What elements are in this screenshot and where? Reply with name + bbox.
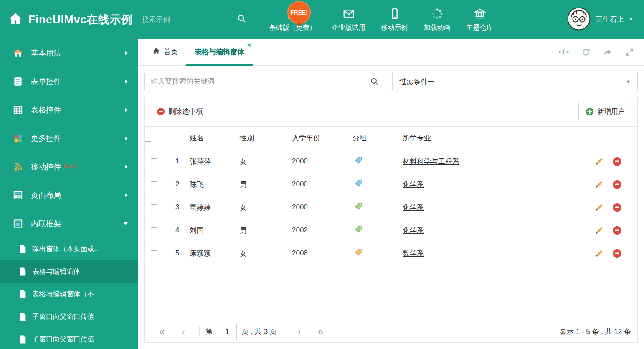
row-checkbox[interactable] <box>151 158 157 165</box>
nav-item-enterprise-trial[interactable]: 企业版试用 <box>332 7 365 32</box>
nav-item-mobile-demo[interactable]: 移动示例 <box>381 7 408 32</box>
cell-name: 陈飞 <box>190 173 240 196</box>
expand-icon[interactable] <box>625 48 634 57</box>
sidebar-item-iframe[interactable]: 内联框架 <box>0 209 138 238</box>
home-icon <box>13 48 23 59</box>
major-link[interactable]: 化学系 <box>403 227 424 234</box>
row-number: 5 <box>164 242 190 265</box>
delete-row-button[interactable] <box>613 226 621 235</box>
chevron-right-icon <box>125 165 128 169</box>
avatar <box>567 7 591 32</box>
nav-item-theme-repo[interactable]: 主题仓库 <box>467 7 493 32</box>
cell-year: 2002 <box>292 219 352 242</box>
sidebar-subitem-child-to-parent[interactable]: 子窗口向父窗口传值 <box>0 306 138 328</box>
chevron-right-icon <box>125 136 128 140</box>
search-icon[interactable] <box>363 72 386 91</box>
tab-grid-edit-window[interactable]: 表格与编辑窗体 × <box>186 39 253 65</box>
pagination-bar: « ‹ 第 页 , 共 3 页 › » 显示 1 - 5 条 , 共 12 条 <box>145 321 637 342</box>
sidebar-item-page-layout[interactable]: 页面布局 <box>0 181 138 209</box>
major-link[interactable]: 数学系 <box>403 250 424 257</box>
filter-dropdown[interactable]: 过滤条件一 ▼ <box>392 72 638 91</box>
header-search-input[interactable] <box>142 15 234 24</box>
sidebar-subitem-child-to-parent-2[interactable]: 子窗口向父窗口传值... <box>0 328 138 349</box>
delete-selected-button[interactable]: 删除选中项 <box>150 102 210 121</box>
row-number: 4 <box>164 219 190 242</box>
page-word: 第 <box>205 327 213 336</box>
tab-bar: 首页 表格与编辑窗体 × </> <box>138 39 644 66</box>
cell-name: 董婷婷 <box>190 196 240 219</box>
edit-row-button[interactable] <box>595 203 603 212</box>
tag-icon <box>354 202 363 211</box>
bank-icon <box>474 7 486 20</box>
select-all-checkbox[interactable] <box>145 135 151 142</box>
delete-row-button[interactable] <box>613 249 621 258</box>
chevron-right-icon <box>125 108 128 112</box>
source-code-icon[interactable]: </> <box>558 48 569 56</box>
sidebar-subitem-popup-window[interactable]: 弹出窗体（本页面或... <box>0 238 138 260</box>
close-icon[interactable]: × <box>247 42 251 49</box>
nav-item-loading-animation[interactable]: 加载动画 <box>424 7 451 32</box>
sidebar-item-basic-usage[interactable]: 基本用法 <box>0 39 138 67</box>
prev-page-icon[interactable]: ‹ <box>182 327 185 337</box>
chevron-down-icon <box>124 222 128 225</box>
delete-row-button[interactable] <box>613 203 621 212</box>
iframe-icon <box>13 218 23 229</box>
sidebar-item-form-controls[interactable]: 表单控件 <box>0 67 138 96</box>
cell-year: 2000 <box>292 150 352 173</box>
refresh-icon[interactable] <box>581 48 591 57</box>
sidebar-item-more-controls[interactable]: 更多控件 <box>0 124 138 153</box>
table-row: 4 刘国 男 2002 化学系 <box>145 219 637 242</box>
first-page-icon[interactable]: « <box>159 326 165 337</box>
grid-toolbar: 删除选中项 新增用户 <box>145 97 637 126</box>
sidebar-item-grid-controls[interactable]: 表格控件 <box>0 96 138 124</box>
tag-icon <box>354 156 363 165</box>
open-in-new-icon[interactable] <box>603 48 612 57</box>
keyword-search-input[interactable] <box>145 72 363 91</box>
grid-panel: 删除选中项 新增用户 <box>144 97 638 343</box>
row-checkbox[interactable] <box>151 227 157 234</box>
tab-tools: </> <box>558 39 644 65</box>
chevron-right-icon <box>125 79 128 84</box>
table-body: 1 张萍萍 女 2000 材料科学与工程系 <box>145 150 637 265</box>
row-checkbox[interactable] <box>151 181 157 188</box>
mobile-icon <box>388 7 401 20</box>
pager-divider <box>199 326 200 337</box>
chevron-right-icon <box>125 51 128 55</box>
more-controls-icon <box>13 133 23 144</box>
sidebar-item-mobile-controls[interactable]: 移动控件 Corp <box>0 153 138 181</box>
edit-row-button[interactable] <box>595 157 603 166</box>
users-table: 姓名 性别 入学年份 分组 所学专业 <box>145 126 637 265</box>
sidebar-subitem-grid-edit-window-2[interactable]: 表格与编辑窗体（不... <box>0 283 138 306</box>
header-search <box>142 14 230 25</box>
tab-home[interactable]: 首页 <box>144 39 186 65</box>
sidebar-subitem-grid-edit-window[interactable]: 表格与编辑窗体 <box>0 260 138 283</box>
add-user-button[interactable]: 新增用户 <box>578 102 632 121</box>
edit-row-button[interactable] <box>595 180 603 189</box>
user-menu[interactable]: 三生石上 ▼ <box>567 7 644 32</box>
pager-divider <box>283 326 283 337</box>
major-link[interactable]: 材料科学与工程系 <box>403 158 459 166</box>
edit-row-button[interactable] <box>595 249 603 258</box>
file-icon <box>18 290 26 299</box>
top-header: FineUIMvc在线示例 FREE! 基础版（免费） 企业版试用 <box>0 0 644 39</box>
free-badge: FREE! <box>287 1 311 24</box>
row-checkbox[interactable] <box>151 204 157 211</box>
last-page-icon[interactable]: » <box>317 326 323 337</box>
page-number-input[interactable] <box>218 324 237 340</box>
brand[interactable]: FineUIMvc在线示例 <box>0 12 133 28</box>
major-link[interactable]: 化学系 <box>403 204 424 211</box>
edit-row-button[interactable] <box>595 226 603 235</box>
col-header-group: 分组 <box>352 127 403 150</box>
keyword-search-box <box>144 72 386 91</box>
total-pages-text: 页 , 共 3 页 <box>242 327 277 336</box>
next-page-icon[interactable]: › <box>297 327 301 337</box>
major-link[interactable]: 化学系 <box>403 181 424 189</box>
delete-row-button[interactable] <box>613 157 621 166</box>
cell-year: 2000 <box>292 196 352 219</box>
row-number: 3 <box>164 196 190 219</box>
delete-row-button[interactable] <box>613 180 621 189</box>
filter-dropdown-value: 过滤条件一 <box>399 77 435 87</box>
row-checkbox[interactable] <box>151 250 157 257</box>
search-icon[interactable] <box>237 14 247 25</box>
form-icon <box>13 76 23 87</box>
